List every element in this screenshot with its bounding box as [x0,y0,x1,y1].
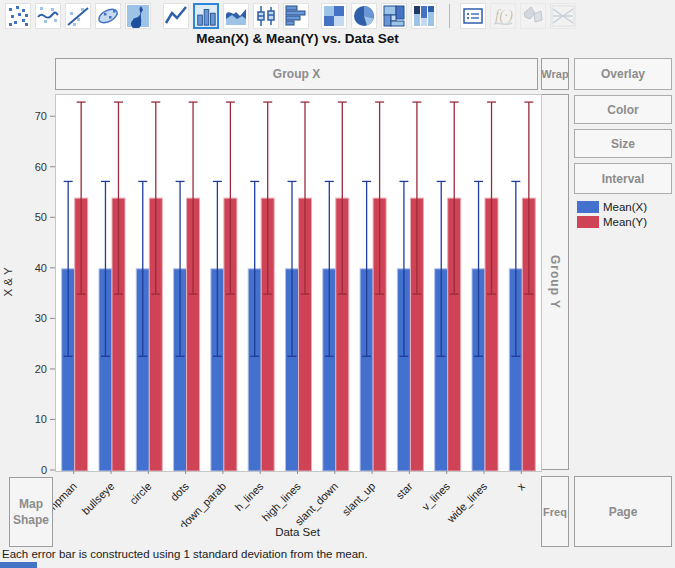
svg-text:f(·): f(·) [495,7,513,24]
area-chart-icon[interactable] [223,3,249,29]
line-chart-icon[interactable] [163,3,189,29]
interval-button[interactable]: Interval [574,163,672,194]
line-of-fit-icon[interactable] [65,3,91,29]
drop-zone-page-label: Page [609,505,638,519]
interval-button-label: Interval [602,172,645,186]
drop-zone-group-x-label: Group X [273,67,320,81]
drop-zone-freq[interactable]: Freq [541,476,569,547]
y-tick-label: 50 [35,211,47,223]
y-tick-label: 40 [35,262,47,274]
drop-zone-map-shape[interactable]: Map Shape [9,477,53,547]
contour-icon[interactable] [125,3,151,29]
size-button-label: Size [611,137,635,151]
histogram-icon[interactable] [283,3,309,29]
legend: Mean(X)Mean(Y) [577,200,647,228]
size-button[interactable]: Size [574,129,672,158]
x-tick-label: x [514,480,527,493]
heatmap-icon[interactable] [321,3,347,29]
parallel-plot-icon [550,3,576,29]
drop-zone-group-y-label: Group Y [548,255,562,309]
drop-zone-page[interactable]: Page [574,476,672,547]
pie-chart-icon[interactable] [351,3,377,29]
chart-type-toolbar: f(·) [0,0,675,32]
y-axis[interactable]: 010203040506070 [14,94,55,476]
x-tick-label: circle [127,480,154,507]
x-axis[interactable]: jmpmanbullseyecircledotsdown_parabh_line… [15,471,560,527]
color-button-label: Color [607,103,638,117]
x-tick-label: v_lines [419,480,452,513]
legend-label: Mean(X) [603,201,647,213]
y-tick-label: 30 [35,312,47,324]
y-tick-label: 60 [35,161,47,173]
treemap-icon[interactable] [381,3,407,29]
overlay-button[interactable]: Overlay [574,58,672,90]
box-plot-icon[interactable] [253,3,279,29]
error-bar-footnote: Each error bar is constructed using 1 st… [2,548,368,560]
graph-builder-window: f(·) Mean(X) & Mean(Y) vs. Data Set Grou… [0,0,675,568]
scatter-points-icon[interactable] [5,3,31,29]
x-tick-label: dots [168,480,192,504]
formula-icon: f(·) [490,3,516,29]
chart-title: Mean(X) & Mean(Y) vs. Data Set [55,31,540,46]
x-tick-label: h_lines [232,480,265,513]
caption-box-icon[interactable] [460,3,486,29]
map-shapes-icon [520,3,546,29]
density-ellipse-icon[interactable] [95,3,121,29]
mosaic-plot-icon[interactable] [411,3,437,29]
y-tick-label: 70 [35,110,47,122]
x-tick-label: bullseye [79,480,116,517]
plot-area[interactable] [55,94,542,472]
legend-swatch [577,201,599,213]
toolbar-separator [449,4,450,28]
x-tick-label: wide_lines [444,480,490,526]
drop-zone-wrap-label: Wrap [541,68,568,80]
legend-swatch [577,216,599,228]
y-tick-label: 10 [35,413,47,425]
overlay-button-label: Overlay [601,67,645,81]
drop-zone-freq-label: Freq [543,506,567,518]
drop-zone-group-y[interactable]: Group Y [541,94,569,470]
smoother-icon[interactable] [35,3,61,29]
x-tick-label: slant_up [340,480,378,518]
y-tick-label: 20 [35,363,47,375]
drop-zone-wrap[interactable]: Wrap [541,58,569,90]
x-tick-label: star [393,480,415,502]
drop-zone-group-x[interactable]: Group X [55,58,538,90]
bottom-left-accent [0,562,37,568]
legend-item[interactable]: Mean(X) [577,200,647,213]
color-button[interactable]: Color [574,95,672,124]
x-axis-title: Data Set [55,526,540,538]
legend-label: Mean(Y) [603,216,647,228]
legend-item[interactable]: Mean(Y) [577,215,647,228]
bar-chart-icon[interactable] [193,3,219,29]
drop-zone-map-shape-label: Map Shape [10,496,52,528]
